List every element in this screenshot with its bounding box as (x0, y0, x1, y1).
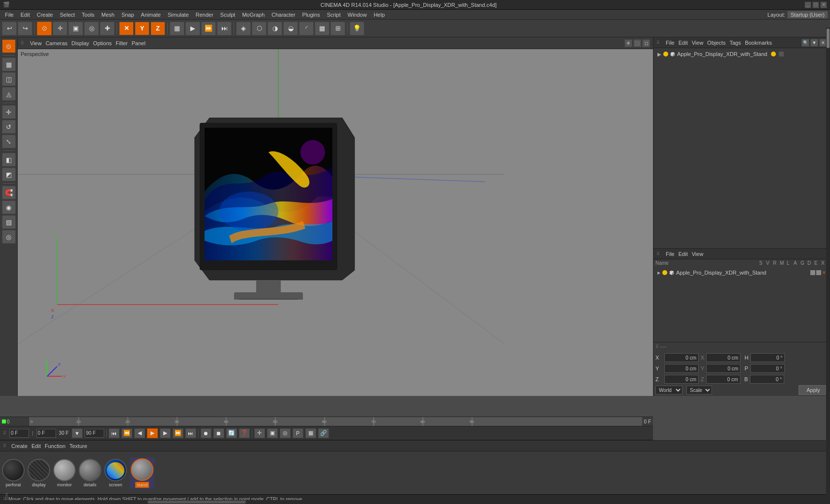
coord-h-input[interactable] (750, 353, 785, 362)
end-frame-input[interactable] (85, 429, 104, 438)
scale-button[interactable]: ⤡ (2, 135, 16, 148)
rt-menu-view[interactable]: View (692, 40, 704, 46)
select-object-button[interactable]: ⊙ (2, 39, 16, 53)
mat-item-display[interactable]: display (28, 459, 50, 487)
loop-button[interactable]: 🔄 (226, 428, 237, 438)
record-button-pb[interactable]: ⏺ (201, 428, 211, 438)
start-frame-input[interactable] (36, 429, 56, 438)
current-frame-input[interactable] (9, 429, 29, 438)
rt-search-icon[interactable]: 🔍 (801, 39, 809, 47)
mat-menu-create[interactable]: Create (11, 443, 28, 449)
coord-hy-input[interactable] (706, 364, 741, 373)
edge-select-button[interactable]: ◫ (2, 72, 16, 86)
x-axis-button[interactable]: ✕ (119, 22, 134, 35)
scrollbar-thumb-bottom[interactable] (148, 501, 246, 504)
vp-menu-filter[interactable]: Filter (116, 40, 127, 46)
menu-mograph[interactable]: MoGraph (239, 11, 267, 19)
mat-menu-edit[interactable]: Edit (31, 443, 41, 449)
coord-system-dropdown[interactable]: World Object (655, 386, 682, 394)
spline-button[interactable]: ◒ (283, 22, 298, 35)
vp-ctrl-3[interactable]: ◻ (642, 39, 650, 47)
coord-y-input[interactable] (664, 364, 699, 373)
coord-b-input[interactable] (750, 375, 784, 384)
timeline-track[interactable]: 0 10 20 30 40 50 60 70 80 90 (30, 417, 642, 426)
snap-pb-button[interactable]: 🔗 (318, 428, 329, 438)
fps-dropdown-btn[interactable]: ▼ (72, 428, 83, 438)
menu-select[interactable]: Select (57, 11, 78, 19)
vp-menu-display[interactable]: Display (71, 40, 89, 46)
coord-p-input[interactable] (750, 364, 785, 373)
apply-button[interactable]: Apply (799, 385, 828, 395)
record-button[interactable]: ⏭ (217, 22, 232, 35)
scrollbar-thumb-right[interactable] (827, 28, 830, 48)
move-button[interactable]: ✛ (2, 105, 16, 119)
menu-render[interactable]: Render (193, 11, 216, 19)
goto-start-button[interactable]: ⏮ (109, 428, 119, 438)
add-object-button[interactable]: ✚ (100, 22, 115, 35)
prev-frame-button[interactable]: ⏪ (121, 428, 132, 438)
mat-item-screen[interactable]: screen (104, 459, 127, 487)
coord-scale-dropdown[interactable]: Scale Size (686, 386, 712, 394)
minimize-button[interactable]: _ (804, 1, 811, 8)
mat-item-perforat[interactable]: perforat (2, 459, 25, 487)
menu-snap[interactable]: Snap (119, 11, 137, 19)
sphere-button[interactable]: ⬡ (252, 22, 267, 35)
rotate-button[interactable]: ↺ (2, 120, 16, 134)
vp-ctrl-1[interactable]: ✛ (624, 39, 632, 47)
extrude-button[interactable]: ◧ (2, 153, 16, 167)
menu-help[interactable]: Help (371, 11, 388, 19)
coord-hz-input[interactable] (706, 375, 741, 384)
goto-end-button[interactable]: ⏭ (185, 428, 196, 438)
select-tool-button[interactable]: ⊙ (37, 22, 52, 35)
poly-select-button[interactable]: ▦ (2, 57, 16, 71)
grid-pb-button[interactable]: ▦ (305, 428, 316, 438)
smooth-button[interactable]: ▨ (2, 215, 16, 229)
scene-item-root[interactable]: ▶ 🎲 Apple_Pro_Display_XDR_with_Stand (655, 50, 828, 58)
menu-mesh[interactable]: Mesh (98, 11, 118, 19)
effector-button[interactable]: ▩ (315, 22, 329, 35)
timeline-ruler[interactable]: 0 0 10 20 30 40 50 60 70 (0, 417, 653, 426)
rt-menu-bookmarks[interactable]: Bookmarks (745, 40, 772, 46)
vp-menu-options[interactable]: Options (93, 40, 112, 46)
magnet-button[interactable]: 🧲 (2, 186, 16, 199)
point-select-button[interactable]: ◬ (2, 87, 16, 101)
y-axis-button[interactable]: Y (135, 22, 149, 35)
nurbs-button[interactable]: ◑ (267, 22, 282, 35)
menu-create[interactable]: Create (34, 11, 56, 19)
rt-menu-objects[interactable]: Objects (707, 40, 725, 46)
redo-button[interactable]: ↪ (18, 22, 32, 35)
options-button-pb[interactable]: ❓ (239, 428, 250, 438)
rt-menu-edit[interactable]: Edit (679, 40, 688, 46)
mat-item-monitor[interactable]: monitor (53, 459, 76, 487)
vp-menu-panel[interactable]: Panel (132, 40, 146, 46)
menu-sculpt[interactable]: Sculpt (217, 11, 238, 19)
rotate-pb-button[interactable]: ◎ (280, 428, 291, 438)
rb-menu-edit[interactable]: Edit (679, 251, 688, 257)
stop-button[interactable]: ⏹ (213, 428, 224, 438)
scale-tool-button[interactable]: ▣ (68, 22, 83, 35)
mat-item-details[interactable]: details (79, 459, 101, 487)
key-pb-button[interactable]: P (293, 428, 303, 438)
play-button[interactable]: ▶ (147, 428, 158, 438)
maximize-button[interactable]: □ (812, 1, 819, 8)
bottom-scrollbar[interactable] (0, 500, 830, 504)
coord-hx-input[interactable] (706, 353, 741, 362)
light-button[interactable]: 💡 (350, 22, 364, 35)
next-key-button[interactable]: ▶ (160, 428, 171, 438)
coord-z-input[interactable] (664, 375, 699, 384)
menu-window[interactable]: Window (345, 11, 370, 19)
mat-menu-texture[interactable]: Texture (69, 443, 87, 449)
next-frame-button[interactable]: ⏩ (173, 428, 183, 438)
prev-key-button[interactable]: ◀ (134, 428, 145, 438)
scale-pb-button[interactable]: ▣ (267, 428, 278, 438)
rt-menu-tags[interactable]: Tags (730, 40, 741, 46)
mat-item-stand[interactable]: stand (130, 457, 154, 489)
deformer-button[interactable]: ◜ (299, 22, 314, 35)
coord-x-input[interactable] (664, 353, 699, 362)
object-row-main[interactable]: ▶ 🎲 Apple_Pro_Display_XDR_with_Stand ✕ (655, 269, 828, 277)
menu-animate[interactable]: Animate (138, 11, 164, 19)
close-button[interactable]: ✕ (820, 1, 827, 8)
rt-menu-file[interactable]: File (666, 40, 675, 46)
menu-plugins[interactable]: Plugins (299, 11, 323, 19)
menu-tools[interactable]: Tools (79, 11, 97, 19)
